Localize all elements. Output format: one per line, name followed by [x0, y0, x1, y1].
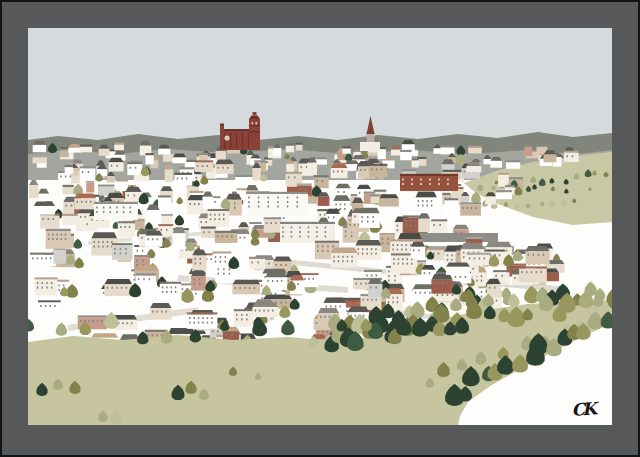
window-dot — [531, 271, 533, 273]
window-dot — [325, 236, 327, 238]
window-dot — [227, 167, 229, 169]
window-dot — [433, 253, 435, 255]
window-dot — [361, 221, 363, 223]
window-dot — [322, 250, 324, 252]
window-dot — [116, 287, 118, 289]
building-roof — [114, 142, 124, 144]
window-dot — [200, 221, 202, 223]
window-dot — [410, 225, 412, 227]
window-dot — [287, 201, 289, 203]
window-dot — [496, 300, 498, 302]
window-dot — [76, 210, 78, 212]
building-roof — [313, 157, 327, 159]
building-roof — [180, 167, 195, 169]
window-dot — [294, 176, 296, 178]
window-dot — [438, 183, 440, 185]
window-dot — [351, 260, 353, 262]
window-dot — [376, 275, 378, 277]
window-dot — [235, 287, 237, 289]
building-facade — [116, 182, 128, 191]
window-dot — [338, 260, 340, 262]
window-dot — [37, 287, 39, 289]
building-roof — [145, 330, 168, 332]
window-dot — [63, 284, 64, 286]
window-dot — [299, 236, 301, 238]
window-dot — [107, 246, 109, 248]
building-facade — [33, 145, 46, 152]
window-dot — [401, 249, 403, 251]
building-facade — [496, 192, 512, 199]
building-facade — [524, 147, 532, 157]
building-roof — [158, 224, 173, 226]
window-dot — [406, 249, 408, 251]
building-facade — [30, 255, 56, 266]
window-dot — [447, 254, 449, 256]
window-dot — [438, 179, 440, 181]
window-dot — [339, 305, 341, 307]
window-dot — [422, 200, 424, 202]
window-dot — [463, 252, 465, 254]
window-dot — [52, 238, 54, 240]
window-dot — [349, 219, 351, 221]
building-facade — [136, 276, 156, 287]
window-dot — [462, 207, 464, 209]
window-dot — [189, 317, 191, 319]
building-roof — [348, 306, 369, 312]
building-roof — [400, 150, 411, 152]
window-dot — [81, 201, 83, 203]
window-dot — [249, 287, 251, 289]
window-dot — [329, 316, 331, 318]
building-roof — [38, 300, 61, 302]
window-dot — [340, 208, 342, 210]
window-dot — [429, 272, 431, 274]
building-roof — [201, 227, 216, 229]
window-dot — [200, 262, 202, 264]
window-dot — [66, 205, 68, 207]
window-dot — [134, 194, 136, 196]
window-dot — [494, 287, 496, 289]
window-dot — [291, 227, 293, 229]
window-dot — [351, 256, 353, 258]
window-dot — [133, 274, 135, 276]
window-dot — [287, 206, 289, 208]
window-dot — [116, 165, 118, 167]
window-dot — [215, 261, 217, 263]
window-dot — [367, 221, 369, 223]
window-dot — [56, 233, 58, 235]
window-dot — [397, 297, 399, 299]
window-dot — [130, 207, 132, 209]
building-roof — [359, 208, 380, 214]
window-dot — [414, 225, 416, 227]
window-dot — [246, 318, 248, 320]
window-dot — [88, 171, 90, 173]
window-dot — [437, 294, 439, 296]
building-roof — [525, 246, 549, 251]
window-dot — [189, 203, 191, 205]
window-dot — [58, 289, 60, 291]
tower-lantern — [253, 112, 257, 116]
window-dot — [431, 200, 433, 202]
window-dot — [248, 197, 250, 199]
window-dot — [572, 155, 574, 157]
building-roof — [400, 174, 458, 176]
window-dot — [342, 260, 344, 262]
building-facade — [369, 166, 387, 177]
window-dot — [375, 299, 377, 301]
building-facade — [94, 204, 138, 220]
window-dot — [287, 280, 289, 282]
window-dot — [420, 183, 422, 185]
building-facade — [80, 147, 92, 153]
building-facade — [68, 148, 81, 153]
window-dot — [407, 263, 409, 265]
window-dot — [405, 225, 407, 227]
window-dot — [194, 258, 196, 260]
window-dot — [291, 231, 293, 233]
window-dot — [342, 256, 344, 258]
window-dot — [371, 248, 373, 250]
window-dot — [234, 207, 236, 209]
window-dot — [42, 287, 44, 289]
window-dot — [215, 256, 217, 258]
window-dot — [418, 249, 420, 251]
window-dot — [536, 271, 538, 273]
window-dot — [382, 242, 384, 244]
